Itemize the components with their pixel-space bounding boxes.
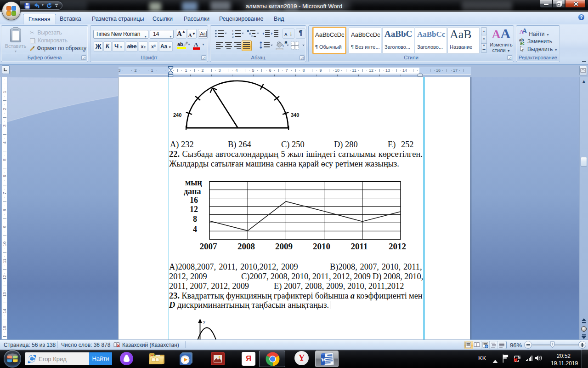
svg-text:y: y [204, 319, 206, 324]
svg-text:W: W [321, 356, 327, 363]
svg-text:3: 3 [232, 35, 234, 38]
